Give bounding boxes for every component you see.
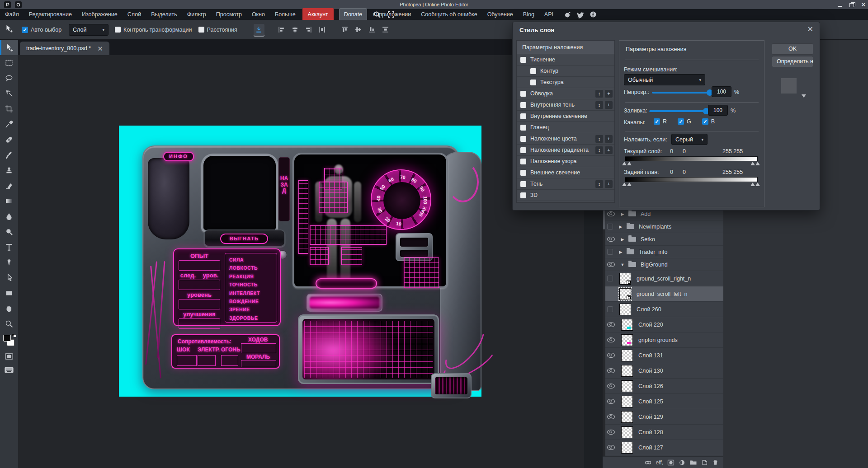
visibility-eye-icon[interactable] [607,384,615,388]
auto-select-mode-dropdown[interactable]: Слой ▾ [69,24,108,36]
blend-if-handle[interactable] [622,183,632,186]
checkbox-unchecked-icon[interactable] [530,80,536,85]
visibility-eye-icon[interactable] [607,262,615,267]
minimize-button[interactable] [837,2,843,7]
place-down-icon[interactable] [254,24,264,36]
psd-document-canvas[interactable]: ИНФО НАЗАД 102030405060708090100MAX [119,126,481,397]
group-expand-icon[interactable]: ▶ [619,237,626,242]
define-style-button[interactable]: Определить н [772,56,813,67]
checkbox-unchecked-icon[interactable] [520,57,526,63]
checkbox-unchecked-icon[interactable] [520,147,526,153]
swatch-dropdown-icon[interactable] [802,94,806,98]
visibility-eye-icon[interactable] [607,445,615,450]
visibility-eye-icon[interactable] [607,211,615,216]
checkbox-unchecked-icon[interactable] [530,68,536,74]
add-style-button[interactable]: + [605,135,613,143]
layer-thumbnail[interactable] [621,380,633,392]
adjustment-layer-icon[interactable] [679,459,685,466]
visibility-eye-icon[interactable] [607,237,615,242]
group-expand-icon[interactable]: ▶ [618,250,624,254]
visibility-eye-icon[interactable] [607,337,615,342]
style-item[interactable]: Текстура [517,77,614,88]
layer-row[interactable]: Слой 128 [603,425,723,440]
delete-layer-icon[interactable] [712,459,719,466]
layer-row[interactable]: Слой 131 [603,348,723,363]
opacity-value[interactable]: 100 [712,86,731,97]
menu-item[interactable]: Изображение [77,9,123,20]
layer-thumbnail[interactable] [621,319,633,331]
style-item[interactable]: Наложение цвета↕+ [517,133,614,145]
blending-options-item[interactable]: Параметры наложения [517,41,614,54]
quick-mask-icon[interactable] [0,350,18,363]
reorder-style-button[interactable]: ↕ [595,101,603,109]
link-layers-icon[interactable] [644,459,652,466]
layer-row[interactable]: Слой 220 [603,317,723,332]
menu-item[interactable]: Больше [270,9,301,20]
layers-scrollbar[interactable] [603,208,605,456]
layer-thumbnail[interactable] [621,334,633,346]
layer-row[interactable]: Слой 129 [603,409,723,425]
keyboard-shortcuts-icon[interactable] [0,363,18,377]
pen-tool[interactable] [0,255,18,270]
checkbox-unchecked-icon[interactable] [520,170,526,176]
add-style-button[interactable]: + [605,101,613,109]
menu-item[interactable]: Сообщить об ошибке [416,9,482,20]
layer-thumbnail[interactable] [621,426,633,438]
align-top-icon[interactable] [340,24,350,36]
distribute-v-icon[interactable] [380,24,391,36]
style-item[interactable]: 3D [517,190,614,201]
menu-item[interactable]: Слой [123,9,146,20]
fill-value[interactable]: 100 [708,105,728,116]
layer-thumbnail[interactable] [621,442,633,454]
style-item[interactable]: Глянец [517,122,614,133]
layer-row[interactable]: Слой 127 [603,440,723,455]
layer-thumbnail[interactable] [621,411,633,423]
layer-row[interactable]: Слой 130 [603,363,723,379]
layer-thumbnail[interactable] [621,365,633,377]
ok-button[interactable]: OK [772,43,813,55]
visibility-hidden-icon[interactable] [607,276,613,281]
checkbox-unchecked-icon[interactable] [520,136,526,142]
menu-item[interactable]: Обучение [482,9,518,20]
blur-tool[interactable] [0,209,18,224]
visibility-eye-icon[interactable] [607,414,615,419]
direct-select-tool[interactable] [0,270,18,285]
brush-tool[interactable] [0,147,18,163]
reorder-style-button[interactable]: ↕ [595,135,603,143]
type-tool[interactable] [0,239,18,255]
spot-heal-tool[interactable] [0,132,18,147]
checkbox-unchecked-icon[interactable] [520,102,526,108]
distances-checkbox[interactable]: Расстояния [198,27,237,33]
color-swatches[interactable] [0,333,18,350]
restore-button[interactable] [849,2,855,7]
layer-row[interactable]: ▶NewImplants [603,220,723,233]
layer-row[interactable]: Слой 125 [603,394,723,409]
eyedropper-tool[interactable] [0,117,18,132]
new-layer-icon[interactable] [701,459,708,466]
add-style-button[interactable]: + [605,90,613,98]
visibility-eye-icon[interactable] [607,430,615,435]
layer-row[interactable]: Слой 126 [603,379,723,394]
close-window-button[interactable]: × [862,2,865,7]
close-tab-icon[interactable]: ✕ [97,45,103,52]
blend-if-handle[interactable] [622,162,632,165]
auto-select-checkbox[interactable]: ✓ Авто-выбор [22,27,61,33]
effects-label[interactable]: eff, [656,459,663,466]
reddit-icon[interactable] [564,11,571,18]
align-right-icon[interactable] [303,24,314,36]
align-center-v-icon[interactable] [353,24,364,36]
menu-item[interactable]: Фильтр [182,9,211,20]
menu-item[interactable]: Выделить [146,9,182,20]
visibility-eye-icon[interactable] [607,399,615,404]
visibility-eye-icon[interactable] [607,322,615,327]
checkbox-unchecked-icon[interactable] [520,125,526,131]
visibility-hidden-icon[interactable] [607,306,613,312]
group-collapse-icon[interactable]: ▼ [619,262,626,267]
style-item[interactable]: Внутренняя тень↕+ [517,99,614,111]
checkbox-unchecked-icon[interactable] [520,91,526,97]
opacity-slider[interactable] [652,92,710,94]
visibility-hidden-icon[interactable] [607,224,613,229]
account-button[interactable]: Аккаунт [302,8,334,21]
layer-row[interactable]: ▼BigGround [603,258,723,271]
channel-R[interactable]: ✓R [654,118,667,125]
